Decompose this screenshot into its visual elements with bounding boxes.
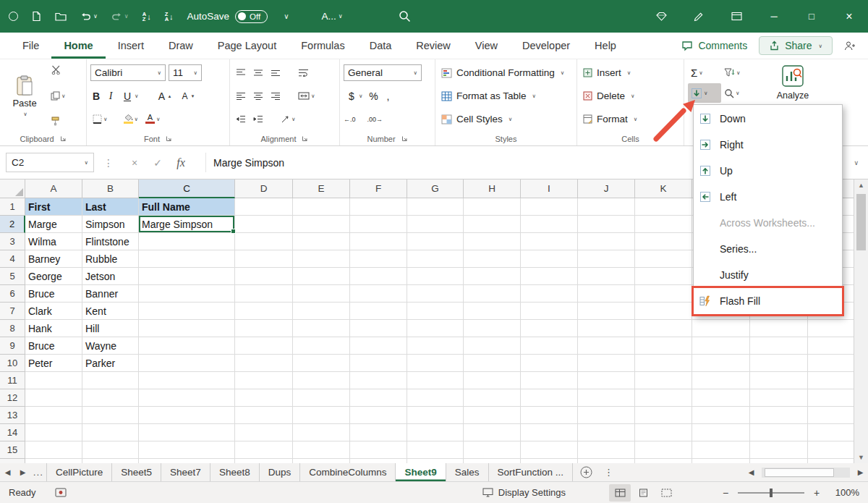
cell[interactable] [808, 372, 854, 389]
font-name-select[interactable]: Calibri∨ [90, 64, 166, 81]
cell-G10[interactable] [407, 355, 464, 372]
ribbon-tab-draw[interactable]: Draw [156, 33, 205, 59]
vertical-scroll-thumb[interactable] [856, 194, 866, 250]
cell-F2[interactable] [350, 216, 407, 233]
decrease-font-button[interactable]: A▼ [176, 90, 197, 103]
cell-I14[interactable] [521, 424, 578, 441]
cell-E12[interactable] [293, 389, 350, 407]
cell[interactable] [808, 459, 854, 463]
cell-D2[interactable] [235, 216, 293, 233]
cell-H1[interactable] [464, 198, 521, 216]
cell[interactable] [750, 424, 808, 441]
cell-D6[interactable] [235, 285, 293, 303]
sort-descending-icon[interactable]: ZA↓ [165, 12, 174, 22]
scroll-up-icon[interactable]: ▲ [854, 182, 868, 189]
row-header-7[interactable]: 7 [0, 303, 25, 320]
macro-record-icon[interactable] [55, 488, 67, 497]
delete-cells-button[interactable]: Delete∨ [581, 86, 680, 106]
cell-F8[interactable] [350, 320, 407, 337]
cell[interactable] [692, 337, 750, 355]
zoom-level[interactable]: 100% [829, 487, 859, 498]
open-folder-icon[interactable] [55, 12, 67, 21]
hscroll-thumb[interactable] [765, 468, 834, 477]
cell-C4[interactable] [139, 250, 235, 268]
cell-K3[interactable] [635, 233, 692, 250]
cell-I4[interactable] [521, 250, 578, 268]
column-header-d[interactable]: D [235, 179, 293, 198]
cell-K14[interactable] [635, 424, 692, 441]
cell-A11[interactable] [25, 372, 82, 389]
cell[interactable] [692, 389, 750, 407]
cell-F1[interactable] [350, 198, 407, 216]
decrease-decimal-button[interactable]: .00→ [367, 116, 383, 123]
cell-J9[interactable] [578, 337, 635, 355]
cell-J15[interactable] [578, 441, 635, 459]
cell-I12[interactable] [521, 389, 578, 407]
increase-indent-button[interactable] [251, 114, 265, 124]
comments-button[interactable]: Comments [681, 40, 747, 51]
ribbon-tab-formulas[interactable]: Formulas [289, 33, 357, 59]
cell-A10[interactable]: Peter [25, 355, 82, 372]
cell-E8[interactable] [293, 320, 350, 337]
normal-view-icon[interactable] [609, 484, 631, 502]
cell-I5[interactable] [521, 268, 578, 285]
italic-button[interactable]: I [105, 90, 116, 102]
cell-F4[interactable] [350, 250, 407, 268]
ribbon-tab-insert[interactable]: Insert [106, 33, 156, 59]
row-header-4[interactable]: 4 [0, 250, 25, 268]
column-header-h[interactable]: H [464, 179, 521, 198]
cell-A4[interactable]: Barney [25, 250, 82, 268]
ribbon-tab-review[interactable]: Review [404, 33, 463, 59]
cut-button[interactable] [51, 65, 66, 75]
grip-dots-icon[interactable]: ⋮ [103, 157, 114, 169]
cell-B8[interactable]: Hill [82, 320, 139, 337]
cell-J2[interactable] [578, 216, 635, 233]
cell[interactable] [750, 459, 808, 463]
cell-K6[interactable] [635, 285, 692, 303]
cell[interactable] [82, 459, 139, 463]
cell-A14[interactable] [25, 424, 82, 441]
cell-B1[interactable]: Last [82, 198, 139, 216]
cell-F11[interactable] [350, 372, 407, 389]
close-button[interactable]: × [830, 0, 868, 33]
cell-K15[interactable] [635, 441, 692, 459]
cell-B9[interactable]: Wayne [82, 337, 139, 355]
cell-H2[interactable] [464, 216, 521, 233]
column-header-i[interactable]: I [521, 179, 578, 198]
row-header-8[interactable]: 8 [0, 320, 25, 337]
cell-E3[interactable] [293, 233, 350, 250]
cell[interactable] [808, 441, 854, 459]
cell[interactable] [578, 459, 635, 463]
cell-K4[interactable] [635, 250, 692, 268]
sheet-tab-sheet7[interactable]: Sheet7 [161, 463, 210, 481]
cell-F14[interactable] [350, 424, 407, 441]
cell-J5[interactable] [578, 268, 635, 285]
cell-A3[interactable]: Wilma [25, 233, 82, 250]
cell-C1[interactable]: Full Name [139, 198, 235, 216]
sheet-tab-cellpicture[interactable]: CellPicture [46, 463, 112, 481]
font-size-select[interactable]: 11∨ [169, 64, 202, 81]
align-middle-button[interactable] [251, 67, 265, 78]
find-select-button[interactable]: ∨ [721, 83, 753, 103]
sheet-tab-combinecolumns[interactable]: CombineColumns [300, 463, 396, 481]
borders-button[interactable]: ∨ [90, 113, 110, 125]
cell-A9[interactable]: Bruce [25, 337, 82, 355]
cell-H12[interactable] [464, 389, 521, 407]
cell-D7[interactable] [235, 303, 293, 320]
cell-D15[interactable] [235, 441, 293, 459]
cell-G3[interactable] [407, 233, 464, 250]
new-sheet-button[interactable] [580, 466, 592, 478]
fill-menu-item-left[interactable]: Left [694, 184, 842, 210]
cell-J10[interactable] [578, 355, 635, 372]
align-top-button[interactable] [234, 67, 248, 78]
copy-button[interactable]: ∨ [51, 91, 66, 101]
align-left-button[interactable] [234, 90, 248, 101]
cell-K13[interactable] [635, 407, 692, 424]
cell[interactable] [750, 337, 808, 355]
hscroll-left-icon[interactable]: ◀ [744, 468, 759, 476]
cell-A6[interactable]: Bruce [25, 285, 82, 303]
cell-F7[interactable] [350, 303, 407, 320]
cell[interactable] [692, 441, 750, 459]
formula-bar-expand-icon[interactable]: ∨ [850, 159, 862, 166]
cell-G5[interactable] [407, 268, 464, 285]
